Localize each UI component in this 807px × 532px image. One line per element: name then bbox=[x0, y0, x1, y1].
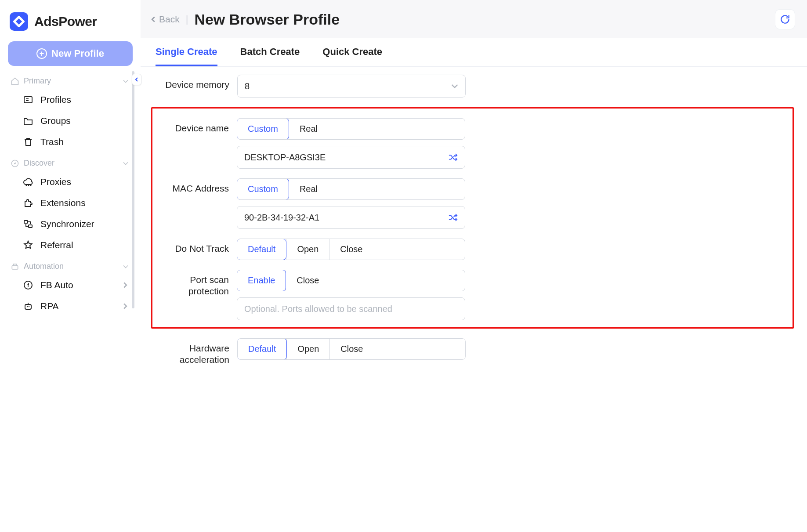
sidebar: AdsPower + New Profile Primary Profiles … bbox=[0, 0, 141, 532]
tab-single-create[interactable]: Single Create bbox=[156, 46, 217, 66]
port-scan-field[interactable] bbox=[244, 304, 458, 314]
new-profile-button[interactable]: + New Profile bbox=[8, 41, 133, 66]
card: Single Create Batch Create Quick Create … bbox=[141, 38, 807, 532]
segmented-hardware-accel: Default Open Close bbox=[237, 338, 466, 360]
sidebar-item-groups[interactable]: Groups bbox=[8, 110, 133, 131]
select-device-memory[interactable]: 8 bbox=[237, 75, 466, 98]
seg-port-close[interactable]: Close bbox=[286, 270, 329, 291]
sidebar-item-synchronizer[interactable]: Synchronizer bbox=[8, 214, 133, 235]
svg-rect-9 bbox=[12, 265, 18, 269]
back-button[interactable]: Back bbox=[150, 14, 180, 25]
shuffle-device-name-button[interactable] bbox=[448, 152, 458, 162]
automation-icon bbox=[11, 262, 19, 271]
label-do-not-track: Do Not Track bbox=[153, 239, 237, 254]
svg-rect-12 bbox=[25, 304, 31, 309]
chevron-right-icon bbox=[122, 282, 128, 288]
svg-point-5 bbox=[28, 185, 29, 186]
section-header-discover[interactable]: Discover bbox=[8, 152, 133, 171]
trash-icon bbox=[23, 137, 33, 147]
sidebar-item-trash[interactable]: Trash bbox=[8, 131, 133, 152]
tab-quick-create[interactable]: Quick Create bbox=[322, 46, 382, 66]
fb-auto-icon: f bbox=[23, 280, 33, 290]
sidebar-collapse-button[interactable] bbox=[132, 74, 141, 85]
sidebar-item-label: Referral bbox=[40, 240, 73, 250]
sidebar-item-extensions[interactable]: Extensions bbox=[8, 192, 133, 214]
device-name-field[interactable] bbox=[244, 152, 448, 163]
seg-device-name-custom[interactable]: Custom bbox=[237, 118, 289, 140]
form-area: Device memory 8 Device name Custom bbox=[141, 67, 807, 389]
row-mac-address: MAC Address Custom Real bbox=[153, 178, 785, 229]
section-header-automation[interactable]: Automation bbox=[8, 256, 133, 275]
shuffle-mac-button[interactable] bbox=[448, 213, 458, 222]
star-icon bbox=[23, 240, 33, 250]
back-label: Back bbox=[159, 14, 180, 25]
synchronizer-icon bbox=[23, 219, 33, 229]
seg-dnt-default[interactable]: Default bbox=[237, 239, 286, 260]
app-name: AdsPower bbox=[34, 14, 97, 29]
input-mac-address[interactable] bbox=[237, 206, 465, 229]
chevron-down-icon bbox=[121, 262, 130, 271]
row-device-name: Device name Custom Real bbox=[153, 118, 785, 169]
seg-mac-real[interactable]: Real bbox=[289, 179, 328, 199]
seg-dnt-close[interactable]: Close bbox=[329, 239, 373, 260]
input-device-name[interactable] bbox=[237, 146, 465, 169]
robot-icon bbox=[23, 301, 33, 311]
sidebar-item-label: RPA bbox=[40, 301, 59, 311]
main: Back | New Browser Profile Single Create… bbox=[141, 0, 807, 532]
chevron-down-icon bbox=[451, 83, 458, 90]
label-device-memory: Device memory bbox=[154, 75, 237, 90]
puzzle-icon bbox=[23, 198, 33, 208]
row-do-not-track: Do Not Track Default Open Close bbox=[153, 239, 785, 260]
seg-mac-custom[interactable]: Custom bbox=[237, 178, 289, 200]
svg-text:f: f bbox=[27, 282, 29, 288]
svg-point-13 bbox=[27, 306, 28, 307]
folder-icon bbox=[23, 116, 33, 126]
section-header-primary[interactable]: Primary bbox=[8, 70, 133, 89]
label-device-name: Device name bbox=[153, 118, 237, 134]
logo: AdsPower bbox=[10, 12, 131, 31]
home-icon bbox=[11, 77, 19, 86]
select-value: 8 bbox=[245, 81, 250, 91]
header-bar: Back | New Browser Profile bbox=[141, 0, 807, 38]
sidebar-item-label: Extensions bbox=[40, 198, 86, 208]
label-port-scan: Port scan protection bbox=[153, 270, 237, 297]
seg-hw-close[interactable]: Close bbox=[329, 339, 373, 359]
sync-icon bbox=[779, 14, 791, 25]
svg-rect-0 bbox=[24, 97, 32, 103]
svg-point-6 bbox=[30, 185, 32, 186]
seg-hw-open[interactable]: Open bbox=[286, 339, 329, 359]
seg-port-enable[interactable]: Enable bbox=[237, 270, 286, 291]
svg-rect-7 bbox=[24, 221, 28, 223]
segmented-device-name: Custom Real bbox=[237, 118, 465, 140]
sidebar-scrollbar[interactable] bbox=[132, 71, 134, 308]
label-hardware-accel: Hardware acceleration bbox=[154, 338, 237, 366]
seg-device-name-real[interactable]: Real bbox=[289, 119, 328, 139]
sidebar-item-label: FB Auto bbox=[40, 280, 73, 290]
tab-batch-create[interactable]: Batch Create bbox=[240, 46, 300, 66]
svg-rect-8 bbox=[29, 225, 32, 228]
row-port-scan: Port scan protection Enable Close bbox=[153, 270, 785, 320]
seg-hw-default[interactable]: Default bbox=[237, 338, 287, 360]
sidebar-item-rpa[interactable]: RPA bbox=[8, 296, 133, 317]
segmented-port-scan: Enable Close bbox=[237, 270, 465, 291]
sidebar-item-fb-auto[interactable]: f FB Auto bbox=[8, 275, 133, 296]
divider: | bbox=[186, 14, 188, 25]
app-logo-icon bbox=[10, 12, 28, 31]
tabs: Single Create Batch Create Quick Create bbox=[141, 38, 807, 67]
sync-button[interactable] bbox=[775, 10, 795, 29]
seg-dnt-open[interactable]: Open bbox=[286, 239, 329, 260]
input-port-scan[interactable] bbox=[237, 297, 465, 320]
sidebar-item-proxies[interactable]: Proxies bbox=[8, 171, 133, 192]
section-title: Automation bbox=[24, 262, 64, 271]
mac-address-field[interactable] bbox=[244, 213, 448, 223]
page-title: New Browser Profile bbox=[194, 11, 340, 28]
svg-point-14 bbox=[29, 306, 29, 307]
highlight-box: Device name Custom Real bbox=[151, 107, 794, 329]
row-hardware-accel: Hardware acceleration Default Open Close bbox=[154, 338, 794, 366]
label-mac-address: MAC Address bbox=[153, 178, 237, 194]
sidebar-item-referral[interactable]: Referral bbox=[8, 235, 133, 256]
sidebar-item-profiles[interactable]: Profiles bbox=[8, 89, 133, 110]
section-title: Discover bbox=[24, 159, 54, 168]
sidebar-item-label: Proxies bbox=[40, 177, 71, 187]
chevron-right-icon bbox=[122, 303, 128, 309]
